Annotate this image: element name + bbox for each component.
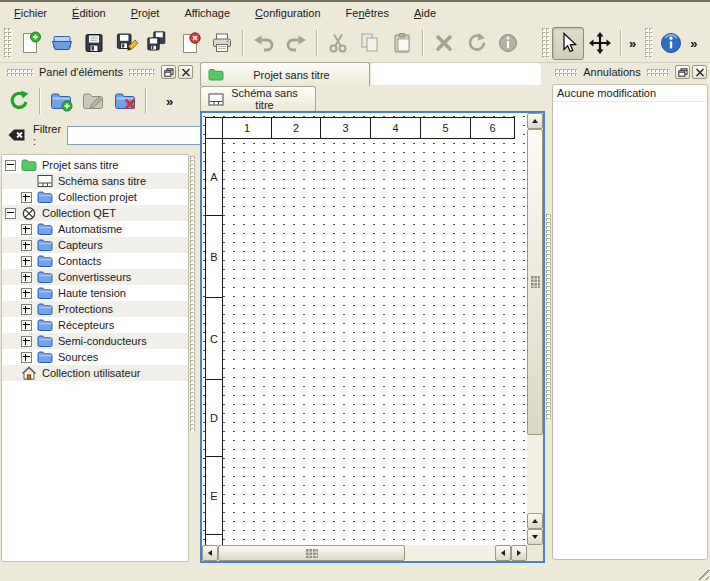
menu-projet[interactable]: Projet <box>123 4 168 22</box>
tree-item-collection-projet[interactable]: Collection projet <box>2 189 188 205</box>
dock-float-button[interactable] <box>161 65 176 79</box>
expand-expander[interactable] <box>21 288 32 299</box>
filter-input[interactable] <box>67 126 217 145</box>
close-icon <box>181 68 191 77</box>
vertical-scrollbar[interactable] <box>527 113 543 545</box>
tree-item-contacts[interactable]: Contacts <box>2 253 188 269</box>
cut-button[interactable] <box>322 27 354 60</box>
tree-item-schema-sans-titre[interactable]: Schéma sans titre <box>2 173 188 189</box>
redo-button[interactable] <box>280 27 312 60</box>
window-resize-grip[interactable] <box>695 566 709 580</box>
close-file-icon <box>178 31 202 55</box>
tree-item-recepteurs[interactable]: Récepteurs <box>2 317 188 333</box>
pan-mode-button[interactable] <box>584 27 616 60</box>
row-ruler: A B C D E <box>205 138 223 545</box>
toolbar-overflow-button[interactable]: » <box>687 36 700 51</box>
tree-item-semi-conducteurs[interactable]: Semi-conducteurs <box>2 333 188 349</box>
open-file-button[interactable] <box>46 27 78 60</box>
new-category-button[interactable] <box>45 85 77 118</box>
float-icon <box>678 68 688 77</box>
rotate-button[interactable] <box>460 27 492 60</box>
elements-panel-titlebar[interactable]: Panel d'éléments <box>0 62 196 82</box>
menu-aide[interactable]: Aide <box>406 4 444 22</box>
scroll-left-button-2[interactable] <box>495 545 511 561</box>
undo-history-item[interactable]: Aucune modification <box>553 85 707 102</box>
new-document-button[interactable] <box>14 27 46 60</box>
copy-button[interactable] <box>354 27 386 60</box>
folder-icon <box>37 350 53 364</box>
collapse-expander[interactable] <box>5 208 16 219</box>
toolbar-separator <box>620 30 622 56</box>
panel-overflow-button[interactable]: » <box>163 94 176 109</box>
menu-fenetres[interactable]: Fenêtres <box>338 4 397 22</box>
scroll-up-button-2[interactable] <box>527 513 543 529</box>
scroll-left-button[interactable] <box>202 545 218 561</box>
tree-item-collection-qet[interactable]: Collection QET <box>2 205 188 221</box>
reload-collections-button[interactable] <box>3 85 35 118</box>
diagram-canvas[interactable]: 1 2 3 4 5 6 A B C D E <box>202 113 527 545</box>
menu-fichier[interactable]: Fichier <box>6 4 55 22</box>
scrollbar-corner <box>527 545 543 561</box>
tree-item-automatisme[interactable]: Automatisme <box>2 221 188 237</box>
delete-category-button[interactable] <box>109 85 141 118</box>
undo-dock-titlebar[interactable]: Annulations <box>548 62 710 82</box>
toolbar-overflow-button[interactable]: » <box>626 36 639 51</box>
expand-expander[interactable] <box>21 272 32 283</box>
dock-close-button[interactable] <box>692 65 707 79</box>
tab-schema-sans-titre[interactable]: Schéma sans titre <box>200 86 316 111</box>
close-file-button[interactable] <box>174 27 206 60</box>
tree-item-capteurs[interactable]: Capteurs <box>2 237 188 253</box>
expand-expander[interactable] <box>21 336 32 347</box>
expand-expander[interactable] <box>21 240 32 251</box>
menu-edition[interactable]: Édition <box>64 4 114 22</box>
tree-item-haute-tension[interactable]: Haute tension <box>2 285 188 301</box>
scroll-right-button[interactable] <box>511 545 527 561</box>
copy-icon <box>358 31 382 55</box>
tree-item-convertisseurs[interactable]: Convertisseurs <box>2 269 188 285</box>
save-as-button[interactable] <box>110 27 142 60</box>
tab-projet-sans-titre[interactable]: Projet sans titre <box>200 62 370 86</box>
edit-category-button[interactable] <box>77 85 109 118</box>
undo-button[interactable] <box>248 27 280 60</box>
schema-icon <box>208 93 224 106</box>
toolbar-separator <box>422 30 424 56</box>
tree-item-projet-sans-titre[interactable]: Projet sans titre <box>2 157 188 173</box>
element-infos-button[interactable] <box>492 27 524 60</box>
expand-expander[interactable] <box>21 224 32 235</box>
horizontal-scrollbar[interactable] <box>202 545 527 561</box>
project-infos-button[interactable] <box>655 27 687 60</box>
left-splitter-handle[interactable] <box>190 156 195 432</box>
toolbar-drag-handle[interactable] <box>645 28 653 58</box>
save-all-button[interactable] <box>142 27 174 60</box>
scroll-down-button[interactable] <box>527 529 543 545</box>
expand-expander[interactable] <box>21 352 32 363</box>
toolbar-drag-handle[interactable] <box>542 28 550 58</box>
tree-item-protections[interactable]: Protections <box>2 301 188 317</box>
scroll-up-button[interactable] <box>527 113 543 129</box>
menu-affichage[interactable]: Affichage <box>176 4 238 22</box>
save-all-icon <box>146 31 170 55</box>
expand-expander[interactable] <box>21 256 32 267</box>
save-button[interactable] <box>78 27 110 60</box>
clear-filter-button[interactable] <box>7 127 27 143</box>
paste-button[interactable] <box>386 27 418 60</box>
elements-panel-toolbar: » <box>0 82 196 120</box>
print-button[interactable] <box>206 27 238 60</box>
select-mode-button[interactable] <box>552 27 584 60</box>
toolbar-separator <box>145 88 147 114</box>
delete-button[interactable] <box>428 27 460 60</box>
tree-item-collection-utilisateur[interactable]: Collection utilisateur <box>2 365 188 381</box>
expand-expander[interactable] <box>21 304 32 315</box>
horizontal-scroll-thumb[interactable] <box>218 545 405 561</box>
expand-expander[interactable] <box>21 320 32 331</box>
tree-item-sources[interactable]: Sources <box>2 349 188 365</box>
expand-expander[interactable] <box>21 192 32 203</box>
menu-configuration[interactable]: Configuration <box>247 4 328 22</box>
dock-float-button[interactable] <box>675 65 690 79</box>
collapse-expander[interactable] <box>5 160 16 171</box>
schema-icon <box>37 174 53 188</box>
toolbar-drag-handle[interactable] <box>4 28 12 58</box>
dock-close-button[interactable] <box>178 65 193 79</box>
column-header-2: 2 <box>271 117 321 139</box>
vertical-scroll-thumb[interactable] <box>527 129 543 435</box>
